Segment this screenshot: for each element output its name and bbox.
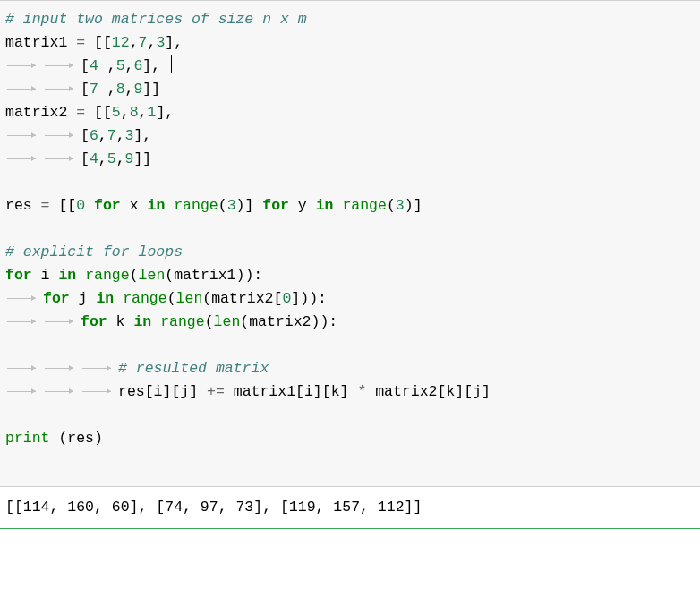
code-line: for k in range(len(matrix2)): xyxy=(5,311,695,334)
indent-arrow-icon xyxy=(43,384,81,398)
indent-arrow-icon xyxy=(5,361,43,375)
indent-arrow-icon xyxy=(5,81,43,96)
text-cursor xyxy=(171,55,172,73)
code-line: # resulted matrix xyxy=(5,357,695,380)
comment: # input two matrices of size n x m xyxy=(5,11,307,28)
indent-arrow-icon xyxy=(81,361,118,375)
code-line: [4,5,9]] xyxy=(5,148,695,171)
code-line-blank xyxy=(5,171,695,194)
code-line: [4 ,5,6], xyxy=(5,55,695,78)
indent-arrow-icon xyxy=(43,314,81,329)
indent-arrow-icon xyxy=(5,384,43,398)
jupyter-cell: # input two matrices of size n x mmatrix… xyxy=(0,0,700,529)
code-line: [6,7,3], xyxy=(5,124,695,148)
code-line: # explicit for loops xyxy=(5,241,695,264)
indent-arrow-icon xyxy=(43,81,81,96)
indent-arrow-icon xyxy=(5,291,43,305)
indent-arrow-icon xyxy=(43,151,81,166)
code-line-blank xyxy=(5,218,695,241)
comment: # resulted matrix xyxy=(118,360,269,377)
code-line: [7 ,8,9]] xyxy=(5,78,695,101)
code-line-blank xyxy=(5,404,695,427)
indent-arrow-icon xyxy=(5,58,43,73)
code-line: matrix1 = [[12,7,3], xyxy=(5,31,695,55)
indent-arrow-icon xyxy=(5,128,43,142)
code-line: for j in range(len(matrix2[0])): xyxy=(5,287,695,311)
output-text: [[114, 160, 60], [74, 97, 73], [119, 157… xyxy=(5,499,422,516)
indent-arrow-icon xyxy=(43,361,81,375)
code-line: matrix2 = [[5,8,1], xyxy=(5,101,695,124)
code-line: res = [[0 for x in range(3)] for y in ra… xyxy=(5,194,695,218)
indent-arrow-icon xyxy=(5,314,43,329)
code-line: # input two matrices of size n x m xyxy=(5,8,695,31)
code-line: for i in range(len(matrix1)): xyxy=(5,264,695,287)
comment: # explicit for loops xyxy=(5,243,183,260)
code-line: print (res) xyxy=(5,427,695,450)
code-output-area: [[114, 160, 60], [74, 97, 73], [119, 157… xyxy=(0,487,700,529)
code-line-blank xyxy=(5,334,695,357)
code-input-area[interactable]: # input two matrices of size n x mmatrix… xyxy=(0,0,700,487)
indent-arrow-icon xyxy=(43,58,81,73)
indent-arrow-icon xyxy=(5,151,43,166)
indent-arrow-icon xyxy=(81,384,118,398)
code-line: res[i][j] += matrix1[i][k] * matrix2[k][… xyxy=(5,380,695,404)
indent-arrow-icon xyxy=(43,128,81,142)
